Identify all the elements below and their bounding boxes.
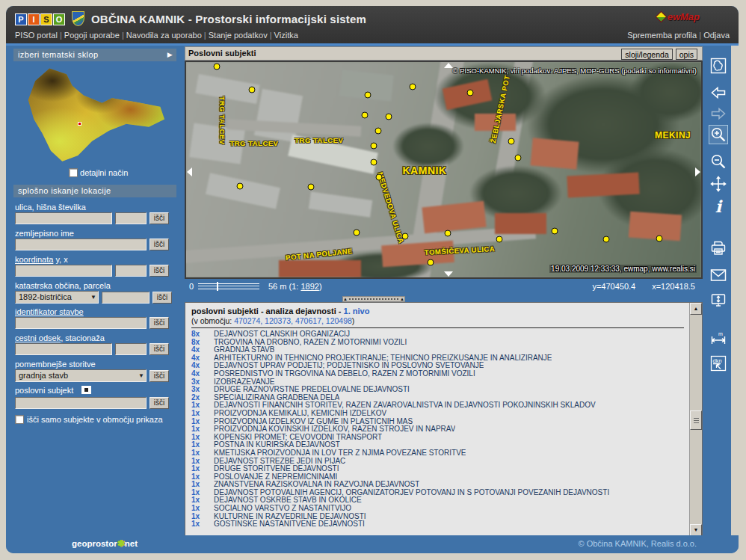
result-row: 3xIZOBRAŽEVANJE bbox=[191, 378, 684, 387]
full-extent-button[interactable] bbox=[709, 56, 728, 76]
geoname-search-button[interactable]: išči bbox=[149, 239, 169, 250]
menu-item[interactable]: Stanje podatkov bbox=[209, 31, 274, 40]
area-only-checkbox[interactable] bbox=[15, 415, 24, 424]
coordinate-link[interactable]: koordinata bbox=[15, 255, 53, 264]
menu-item[interactable]: Sprememba profila bbox=[627, 31, 703, 40]
area-only-row: išči samo subjekte v območju prikaza bbox=[15, 415, 163, 424]
coordinate-search-button[interactable]: išči bbox=[149, 265, 169, 277]
geoname-input[interactable] bbox=[15, 239, 147, 250]
scale-ratio-link[interactable]: 1892 bbox=[300, 282, 318, 291]
zoom-in-button-active[interactable] bbox=[709, 125, 728, 144]
business-marker-icon[interactable] bbox=[81, 386, 91, 394]
kamnik-coat-of-arms-icon bbox=[72, 11, 84, 26]
menu-item[interactable]: Vizitka bbox=[274, 31, 298, 40]
business-location-dot bbox=[371, 142, 377, 149]
ewmap-logo[interactable]: ewMap bbox=[658, 11, 700, 22]
business-location-dot bbox=[354, 230, 360, 236]
results-header: poslovni subjekti - analiza dejavnosti -… bbox=[185, 303, 702, 328]
result-count[interactable]: 1x bbox=[191, 520, 214, 529]
back-button[interactable] bbox=[709, 83, 728, 102]
menu-item[interactable]: Navodila za uporabo bbox=[126, 31, 209, 40]
measure-button[interactable]: m bbox=[709, 330, 728, 349]
info-button[interactable]: i bbox=[709, 197, 728, 216]
result-label: KULTURNE IN RAZVEDRILNE DEJAVNOSTI bbox=[214, 513, 366, 521]
results-level-link[interactable]: 1. nivo bbox=[344, 307, 370, 316]
services-field-row: gradnja stavb išči bbox=[15, 369, 169, 382]
scale-label: 56 m (1: bbox=[268, 282, 300, 291]
map-viewport[interactable]: TRG TALCEVTRG TALCEVTRG TALCEVMEDVEDOVA … bbox=[185, 61, 703, 279]
business-input[interactable] bbox=[15, 397, 147, 409]
street-field-label: ulica, hišna številka bbox=[15, 203, 86, 212]
scroll-down-button[interactable]: ▼ bbox=[690, 524, 702, 536]
result-count[interactable]: 1x bbox=[191, 449, 214, 458]
street-input[interactable] bbox=[15, 212, 112, 224]
map-copyright: © PISO-KAMNIK; viri podatkov: AJPES, MOP… bbox=[453, 67, 697, 75]
detail-mode-checkbox[interactable] bbox=[69, 168, 78, 177]
cadastral-select[interactable]: 1892-bistričica bbox=[15, 291, 99, 304]
results-title-text: poslovni subjekti - analiza dejavnosti - bbox=[191, 307, 344, 316]
road-search-button[interactable]: išči bbox=[149, 343, 169, 355]
house-number-input[interactable] bbox=[115, 212, 147, 224]
building-id-search-button[interactable]: išči bbox=[149, 317, 169, 329]
measure-icon: m bbox=[709, 330, 727, 348]
result-row: 1xSOCIALNO VARSTVO Z NASTANITVIJO bbox=[191, 505, 684, 513]
business-search-button[interactable]: išči bbox=[149, 397, 169, 409]
results-area-line: (v območju: 470274, 120373, 470617, 1204… bbox=[191, 316, 684, 325]
menu-item[interactable]: Pogoji uporabe bbox=[64, 31, 126, 40]
municipality-overview-map[interactable] bbox=[24, 67, 166, 162]
pan-south-arrow-icon[interactable] bbox=[444, 271, 453, 277]
pan-east-arrow-icon[interactable] bbox=[695, 167, 700, 176]
menu-item[interactable]: PISO portal bbox=[15, 31, 64, 40]
results-panel: poslovni subjekti - analiza dejavnosti -… bbox=[185, 302, 703, 537]
menu-item[interactable]: Odjava bbox=[703, 31, 730, 40]
result-row: 1xPROIZVODNJA KEMIKALIJ, KEMIČNIH IZDELK… bbox=[191, 410, 684, 418]
result-count[interactable]: 1x bbox=[191, 410, 214, 418]
pan-north-arrow-icon[interactable] bbox=[444, 63, 453, 68]
theme-section-header[interactable]: izberi tematski sklop ▶ bbox=[13, 49, 176, 61]
forward-button-disabled[interactable] bbox=[709, 104, 728, 123]
cadastral-search-button[interactable]: išči bbox=[152, 292, 172, 304]
business-location-dot bbox=[376, 173, 383, 180]
road-section-input[interactable] bbox=[15, 343, 112, 355]
geoprostor-logo[interactable]: geoprostor✱net bbox=[72, 538, 138, 549]
description-button[interactable]: opis bbox=[676, 49, 697, 60]
building-id-input[interactable] bbox=[15, 317, 147, 329]
fullscreen-button[interactable] bbox=[709, 291, 728, 310]
print-button[interactable] bbox=[709, 239, 728, 258]
services-search-button[interactable]: išči bbox=[149, 370, 169, 382]
result-row: 8xDEJAVNOST ČLANSKIH ORGANIZACIJ bbox=[191, 330, 684, 339]
ewmap-diamond-icon bbox=[656, 12, 666, 22]
panel-splitter-handle[interactable]: ▲ ▲ bbox=[342, 296, 405, 302]
scalebar-graphic[interactable] bbox=[198, 283, 259, 289]
layers-legend-button[interactable]: sloji/legenda bbox=[621, 49, 672, 60]
coordinate-x-input[interactable] bbox=[115, 265, 147, 277]
dkn-button[interactable]: dkn bbox=[709, 354, 728, 373]
parcel-input[interactable] bbox=[102, 292, 149, 304]
result-label: SOCIALNO VARSTVO Z NASTANITVIJO bbox=[214, 505, 351, 513]
scroll-up-button[interactable]: ▲ bbox=[690, 303, 702, 315]
page-title: OBČINA KAMNIK - Prostorski informacijski… bbox=[91, 13, 366, 25]
building-id-link[interactable]: identifikator stavbe bbox=[15, 307, 84, 316]
result-label: DEJAVNOST UPRAV PODJETIJ; PODJETNIŠKO IN… bbox=[214, 362, 484, 370]
results-scrollbar[interactable]: ▲ ▼ bbox=[689, 303, 702, 536]
mail-button[interactable] bbox=[709, 265, 728, 285]
pan-button[interactable] bbox=[709, 174, 728, 194]
business-location-dot bbox=[551, 228, 558, 235]
services-select[interactable]: gradnja stavb bbox=[15, 369, 147, 382]
scroll-thumb[interactable] bbox=[690, 410, 702, 430]
result-label: DEJAVNOST STREŽBE JEDI IN PIJAČ bbox=[214, 458, 345, 466]
zoom-out-button[interactable] bbox=[709, 152, 728, 171]
chainage-input[interactable] bbox=[115, 343, 147, 355]
coordinate-y-input[interactable] bbox=[15, 265, 112, 277]
result-count[interactable]: 4x bbox=[191, 370, 214, 378]
result-count[interactable]: 8x bbox=[191, 330, 214, 339]
expand-arrow-icon[interactable]: ▶ bbox=[167, 49, 173, 61]
result-label: GRADNJA STAVB bbox=[214, 346, 274, 354]
cursor-coordinates: y=470450.4x=120418.5 bbox=[576, 282, 695, 291]
business-location-dot bbox=[428, 259, 434, 265]
result-row: 2xSPECIALIZIRANA GRADBENA DELA bbox=[191, 394, 684, 402]
road-section-link[interactable]: cestni odsek bbox=[15, 333, 61, 342]
street-search-button[interactable]: išči bbox=[149, 212, 169, 224]
business-location-dot bbox=[496, 236, 502, 243]
pan-west-arrow-icon[interactable] bbox=[187, 167, 192, 176]
